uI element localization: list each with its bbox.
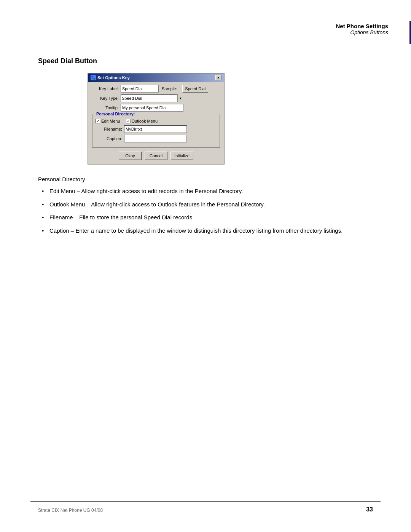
sample-container: Sample: Speed Dial — [159, 85, 220, 93]
groupbox-title: Personal Directory: — [96, 112, 135, 116]
sample-label: Sample: — [162, 86, 177, 91]
key-type-select-wrapper: Speed Dial ▼ — [121, 94, 183, 102]
outlook-menu-checkbox[interactable]: ✓ — [126, 119, 131, 123]
dialog-container: 📞 Set Options Key × Key Label: Sample: S… — [88, 73, 225, 165]
tooltip-input[interactable] — [121, 104, 183, 112]
tooltip-label: Tooltip: — [92, 105, 119, 110]
key-label-row: Key Label: Sample: Speed Dial — [92, 85, 220, 93]
key-label-input[interactable] — [121, 85, 159, 93]
bullet-item-4: Caption – Enter a name to be displayed i… — [42, 227, 381, 235]
key-type-select[interactable]: Speed Dial — [121, 94, 183, 102]
dialog-button-row: Okay Cancel Initialize — [92, 152, 220, 160]
bullet-item-1: Edit Menu – Allow right-click access to … — [42, 187, 381, 196]
initialize-button[interactable]: Initialize — [170, 152, 193, 160]
edit-menu-label: Edit Menu — [101, 119, 120, 123]
sample-button[interactable]: Speed Dial — [182, 85, 208, 93]
dialog-close-button[interactable]: × — [215, 75, 221, 80]
key-type-row: Key Type: Speed Dial ▼ — [92, 94, 220, 102]
main-content: Speed Dial Button 📞 Set Options Key × Ke… — [38, 57, 381, 240]
bullet-list: Edit Menu – Allow right-click access to … — [42, 187, 381, 235]
dialog-title-text: Set Options Key — [97, 75, 130, 80]
outlook-menu-checkbox-item: ✓ Outlook Menu — [126, 119, 158, 123]
header-accent-bar — [409, 21, 411, 44]
cancel-button[interactable]: Cancel — [145, 152, 167, 160]
footer-page-number: 33 — [366, 506, 373, 513]
header-section: Net Phone Settings Options Buttons — [336, 23, 388, 35]
outlook-menu-label: Outlook Menu — [132, 119, 158, 123]
dialog-window: 📞 Set Options Key × Key Label: Sample: S… — [88, 73, 225, 165]
bullet-item-3: Filename – File to store the personal Sp… — [42, 213, 381, 222]
section-title: Speed Dial Button — [38, 57, 381, 65]
key-label-label: Key Label: — [92, 86, 119, 91]
filename-row: Filename: — [96, 125, 217, 133]
edit-menu-checkbox[interactable]: ✓ — [96, 119, 100, 123]
caption-input[interactable] — [124, 135, 187, 142]
tooltip-row: Tooltip: — [92, 104, 220, 112]
filename-input[interactable] — [124, 125, 187, 133]
personal-directory-heading: Personal Directory — [38, 176, 381, 182]
okay-button[interactable]: Okay — [119, 152, 142, 160]
personal-directory-groupbox: Personal Directory: ✓ Edit Menu ✓ Outloo… — [92, 114, 220, 148]
text-section: Personal Directory Edit Menu – Allow rig… — [38, 176, 381, 235]
dialog-titlebar: 📞 Set Options Key × — [88, 73, 224, 82]
key-type-label: Key Type: — [92, 96, 119, 101]
filename-label: Filename: — [96, 127, 122, 131]
dialog-titlebar-left: 📞 Set Options Key — [91, 75, 130, 80]
header-subtitle: Options Buttons — [336, 29, 388, 35]
dialog-icon: 📞 — [91, 75, 96, 80]
bullet-item-2: Outlook Menu – Allow right-click access … — [42, 200, 381, 209]
edit-menu-checkbox-item: ✓ Edit Menu — [96, 119, 120, 123]
header-title: Net Phone Settings — [336, 23, 388, 29]
footer-line — [30, 501, 381, 502]
checkbox-row: ✓ Edit Menu ✓ Outlook Menu — [96, 119, 217, 123]
dialog-body: Key Label: Sample: Speed Dial Key Type: … — [88, 82, 224, 164]
caption-label: Caption: — [96, 136, 122, 141]
caption-row: Caption: — [96, 135, 217, 142]
footer-text: Strata CIX Net Phone UG 04/08 — [38, 508, 103, 513]
